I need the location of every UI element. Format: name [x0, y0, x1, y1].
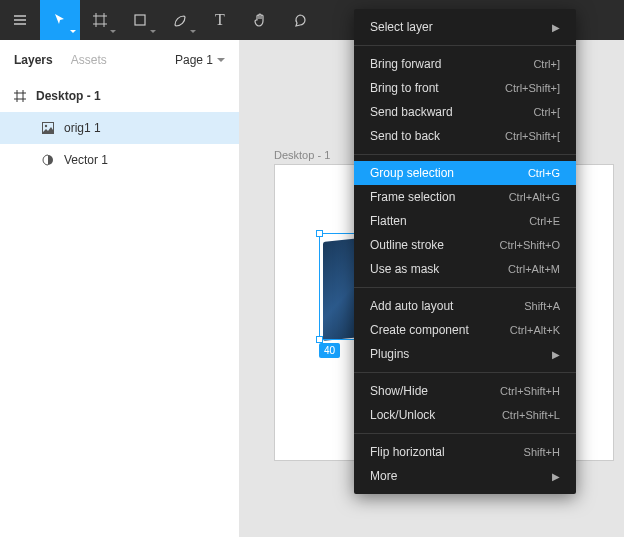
ctx-item-bring-to-front[interactable]: Bring to frontCtrl+Shift+] — [354, 76, 576, 100]
ctx-item-frame-selection[interactable]: Frame selectionCtrl+Alt+G — [354, 185, 576, 209]
ctx-item-show-hide[interactable]: Show/HideCtrl+Shift+H — [354, 379, 576, 403]
panel-tabs: Layers Assets Page 1 — [0, 40, 239, 80]
ctx-shortcut: Shift+H — [524, 446, 560, 458]
comment-tool-icon — [292, 12, 308, 28]
page-label: Page 1 — [175, 53, 213, 67]
ctx-item-label: Bring forward — [370, 57, 441, 71]
ctx-item-label: More — [370, 469, 397, 483]
ctx-item-label: Select layer — [370, 20, 433, 34]
ctx-item-label: Create component — [370, 323, 469, 337]
chevron-right-icon: ▶ — [552, 349, 560, 360]
ctx-shortcut: Ctrl+Alt+M — [508, 263, 560, 275]
chevron-down-icon — [150, 30, 156, 34]
rectangle-tool-icon — [132, 12, 148, 28]
chevron-right-icon: ▶ — [552, 471, 560, 482]
page-selector[interactable]: Page 1 — [175, 53, 225, 67]
ctx-item-label: Lock/Unlock — [370, 408, 435, 422]
ctx-item-flatten[interactable]: FlattenCtrl+E — [354, 209, 576, 233]
ctx-item-group-selection[interactable]: Group selectionCtrl+G — [354, 161, 576, 185]
ctx-item-send-backward[interactable]: Send backwardCtrl+[ — [354, 100, 576, 124]
ctx-item-create-component[interactable]: Create componentCtrl+Alt+K — [354, 318, 576, 342]
text-tool-button[interactable]: T — [200, 0, 240, 40]
ctx-shortcut: Ctrl+Alt+K — [510, 324, 560, 336]
resize-handle-bl[interactable] — [316, 336, 323, 343]
ctx-item-outline-stroke[interactable]: Outline strokeCtrl+Shift+O — [354, 233, 576, 257]
ctx-item-label: Add auto layout — [370, 299, 453, 313]
layer-row-frame[interactable]: Desktop - 1 — [0, 80, 239, 112]
pen-tool-icon — [172, 12, 188, 28]
text-tool-icon: T — [215, 12, 225, 28]
svg-rect-0 — [135, 15, 145, 25]
chevron-right-icon: ▶ — [552, 22, 560, 33]
chevron-down-icon — [217, 58, 225, 63]
ctx-item-label: Send backward — [370, 105, 453, 119]
frame-tool-button[interactable] — [80, 0, 120, 40]
ctx-item-send-to-back[interactable]: Send to backCtrl+Shift+[ — [354, 124, 576, 148]
resize-handle-tl[interactable] — [316, 230, 323, 237]
ctx-separator — [354, 433, 576, 434]
ctx-shortcut: Ctrl+E — [529, 215, 560, 227]
chevron-down-icon — [190, 30, 196, 34]
vector-icon — [40, 152, 56, 168]
ctx-shortcut: Ctrl+[ — [533, 106, 560, 118]
ctx-shortcut: Ctrl+Alt+G — [509, 191, 560, 203]
ctx-shortcut: Ctrl+Shift+[ — [505, 130, 560, 142]
ctx-item-bring-forward[interactable]: Bring forwardCtrl+] — [354, 52, 576, 76]
ctx-item-label: Outline stroke — [370, 238, 444, 252]
ctx-item-more[interactable]: More▶ — [354, 464, 576, 488]
frame-icon — [12, 88, 28, 104]
layer-label: Desktop - 1 — [36, 89, 101, 103]
move-tool-button[interactable] — [40, 0, 80, 40]
ctx-separator — [354, 287, 576, 288]
ctx-shortcut: Ctrl+G — [528, 167, 560, 179]
hand-tool-icon — [252, 12, 268, 28]
ctx-item-flip-horizontal[interactable]: Flip horizontalShift+H — [354, 440, 576, 464]
tab-layers[interactable]: Layers — [14, 53, 53, 67]
hand-tool-button[interactable] — [240, 0, 280, 40]
ctx-item-lock-unlock[interactable]: Lock/UnlockCtrl+Shift+L — [354, 403, 576, 427]
layer-row-image[interactable]: orig1 1 — [0, 112, 239, 144]
move-tool-icon — [52, 12, 68, 28]
ctx-separator — [354, 154, 576, 155]
ctx-item-label: Frame selection — [370, 190, 455, 204]
ctx-item-label: Flip horizontal — [370, 445, 445, 459]
ctx-item-label: Flatten — [370, 214, 407, 228]
ctx-item-plugins[interactable]: Plugins▶ — [354, 342, 576, 366]
ctx-item-select-layer[interactable]: Select layer▶ — [354, 15, 576, 39]
ctx-separator — [354, 372, 576, 373]
ctx-separator — [354, 45, 576, 46]
layer-label: Vector 1 — [64, 153, 108, 167]
comment-tool-button[interactable] — [280, 0, 320, 40]
ctx-item-add-auto-layout[interactable]: Add auto layoutShift+A — [354, 294, 576, 318]
chevron-down-icon — [70, 30, 76, 34]
layers-panel: Layers Assets Page 1 Desktop - 1 — [0, 40, 240, 537]
tab-assets[interactable]: Assets — [71, 53, 107, 67]
ctx-shortcut: Ctrl+Shift+L — [502, 409, 560, 421]
ctx-item-label: Send to back — [370, 129, 440, 143]
ctx-item-label: Group selection — [370, 166, 454, 180]
ctx-item-label: Show/Hide — [370, 384, 428, 398]
shape-tool-button[interactable] — [120, 0, 160, 40]
ctx-item-use-as-mask[interactable]: Use as maskCtrl+Alt+M — [354, 257, 576, 281]
chevron-down-icon — [110, 30, 116, 34]
selection-size-badge: 40 — [319, 343, 340, 358]
ctx-item-label: Bring to front — [370, 81, 439, 95]
pen-tool-button[interactable] — [160, 0, 200, 40]
ctx-shortcut: Ctrl+] — [533, 58, 560, 70]
canvas-frame-label[interactable]: Desktop - 1 — [274, 149, 330, 161]
svg-point-2 — [45, 125, 47, 127]
image-icon — [40, 120, 56, 136]
ctx-shortcut: Ctrl+Shift+] — [505, 82, 560, 94]
context-menu: Select layer▶Bring forwardCtrl+]Bring to… — [354, 9, 576, 494]
layer-label: orig1 1 — [64, 121, 101, 135]
ctx-item-label: Use as mask — [370, 262, 439, 276]
frame-tool-icon — [92, 12, 108, 28]
ctx-shortcut: Ctrl+Shift+H — [500, 385, 560, 397]
menu-button[interactable] — [0, 0, 40, 40]
app-root: T Layers Assets Page 1 — [0, 0, 624, 537]
hamburger-icon — [12, 12, 28, 28]
ctx-shortcut: Ctrl+Shift+O — [499, 239, 560, 251]
ctx-shortcut: Shift+A — [524, 300, 560, 312]
ctx-item-label: Plugins — [370, 347, 409, 361]
layer-row-vector[interactable]: Vector 1 — [0, 144, 239, 176]
